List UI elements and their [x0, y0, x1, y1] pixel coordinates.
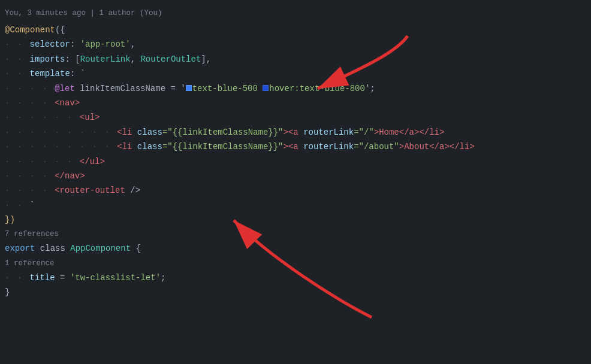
- indent-dots: · ·: [5, 199, 30, 212]
- line-title: · · title = 'tw-classlist-let';: [0, 271, 591, 285]
- indent-dots: · ·: [5, 67, 30, 80]
- swatch-blue-800: [263, 85, 269, 91]
- indent-dots: · ·: [5, 38, 30, 51]
- meta-info: You, 3 minutes ago | 1 author (You): [0, 5, 591, 23]
- indent-dots: · · · · · ·: [5, 111, 80, 124]
- line-template: · · template: `: [0, 66, 591, 81]
- indent-dots: · · · ·: [5, 169, 55, 183]
- line-decorator: @Component({: [0, 23, 591, 37]
- line-selector: · · selector: 'app-root',: [0, 37, 591, 51]
- line-li-about: · · · · · · · · · <li class="{{linkItemC…: [0, 139, 591, 154]
- refs-1: 7 references: [0, 227, 591, 241]
- indent-dots: · · · ·: [5, 96, 55, 110]
- code-editor: You, 3 minutes ago | 1 author (You) @Com…: [0, 0, 591, 305]
- indent-dots: · · · ·: [5, 82, 55, 95]
- line-ul-close: · · · · · · </ul>: [0, 154, 591, 169]
- indent-dots: · · · · · · · · ·: [5, 126, 117, 139]
- line-close-class: }: [0, 285, 591, 299]
- line-export: export class AppComponent {: [0, 241, 591, 256]
- indent-dots: · · · · · ·: [5, 155, 80, 168]
- line-nav-close: · · · · </nav>: [0, 169, 591, 183]
- token-decorator: @Component: [5, 23, 55, 37]
- indent-dots: · ·: [5, 53, 30, 66]
- line-backtick: · · `: [0, 198, 591, 213]
- line-router-outlet: · · · · <router-outlet />: [0, 183, 591, 198]
- indent-dots: · ·: [5, 271, 30, 284]
- line-close-decorator: }): [0, 213, 591, 227]
- indent-dots: · · · · · · · · ·: [5, 140, 117, 153]
- indent-dots: · · · ·: [5, 184, 55, 197]
- line-ul-open: · · · · · · <ul>: [0, 110, 591, 125]
- line-imports: · · imports: [RouterLink, RouterOutlet],: [0, 52, 591, 66]
- line-nav-open: · · · · <nav>: [0, 96, 591, 110]
- line-let: · · · · @let linkItemClassName = 'text-b…: [0, 81, 591, 96]
- refs-2: 1 reference: [0, 256, 591, 271]
- line-li-home: · · · · · · · · · <li class="{{linkItemC…: [0, 125, 591, 139]
- swatch-blue-500: [186, 85, 192, 91]
